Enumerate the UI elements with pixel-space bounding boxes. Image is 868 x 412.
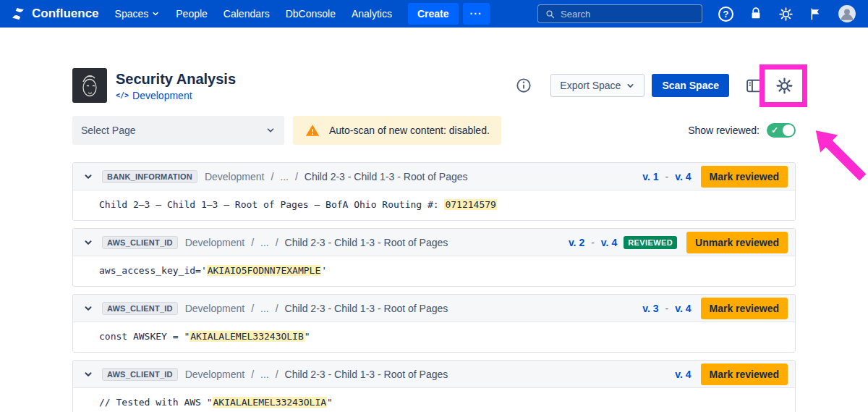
nav-dbconsole[interactable]: DbConsole [286, 8, 336, 20]
version-to-link[interactable]: v. 4 [675, 171, 691, 182]
confluence-brand[interactable]: Confluence [10, 6, 99, 22]
more-actions-button[interactable]: ··· [463, 3, 490, 25]
snippet-highlight: AKIALALEMEL33243OLIA [213, 397, 328, 408]
snippet-text: // Tested with AWS " [99, 397, 213, 408]
version-to-link[interactable]: v. 4 [601, 237, 617, 248]
version-from-link[interactable]: v. 2 [569, 237, 584, 248]
breadcrumb: Development / ... / Child 2-3 - Child 1-… [185, 303, 448, 314]
finding-snippet: aws_access_key_id='AKIAIO5FODNN7EXAMPLE' [73, 256, 795, 286]
breadcrumb-page-link[interactable]: Child 2-3 - Child 1-3 - Root of Pages [285, 369, 448, 380]
collapse-chevron-icon[interactable] [82, 170, 95, 183]
snippet-text: aws_access_key_id=' [99, 265, 207, 276]
code-icon: </> [116, 91, 129, 99]
sidebar-layout-icon[interactable] [742, 74, 765, 97]
snippet-text: Child 2–3 – Child 1–3 – Root of Pages – … [99, 199, 444, 210]
nav-people[interactable]: People [176, 8, 208, 20]
finding-type-badge: AWS_CLIENT_ID [102, 302, 178, 315]
chevron-down-icon [151, 9, 160, 18]
top-navigation-bar: Confluence Spaces People Calendars DbCon… [0, 0, 868, 28]
gear-icon[interactable] [778, 7, 793, 22]
space-link[interactable]: Development [132, 90, 192, 101]
breadcrumb-space-link[interactable]: Development [185, 237, 245, 248]
finding-header-right: v. 1 - v. 4 Mark reviewed [642, 166, 788, 188]
finding-card: AWS_CLIENT_ID Development / ... / Child … [72, 228, 796, 287]
unmark-reviewed-button[interactable]: Unmark reviewed [686, 232, 788, 253]
version-from-link[interactable]: v. 1 [642, 171, 658, 182]
breadcrumb-space-link[interactable]: Development [185, 369, 245, 380]
breadcrumb-space-link[interactable]: Development [205, 171, 265, 182]
search-icon [545, 9, 556, 20]
confluence-logo-icon [10, 6, 26, 22]
space-settings-gear-icon[interactable] [773, 74, 796, 97]
collapse-chevron-icon[interactable] [82, 368, 95, 381]
show-reviewed-toggle[interactable]: ✓ [767, 123, 796, 138]
finding-header-right: v. 2 - v. 4 REVIEWED Unmark reviewed [569, 232, 788, 253]
breadcrumb-separator: / [295, 171, 298, 182]
version-to-link[interactable]: v. 4 [675, 369, 691, 380]
breadcrumb-ellipsis[interactable]: ... [260, 303, 269, 314]
version-dash: - [665, 171, 669, 182]
nav-spaces[interactable]: Spaces [115, 8, 161, 20]
finding-header: BANK_INFORMATION Development / ... / Chi… [73, 163, 795, 190]
scan-space-button[interactable]: Scan Space [652, 74, 729, 97]
breadcrumb-ellipsis[interactable]: ... [260, 237, 269, 248]
chevron-down-icon [265, 125, 276, 135]
primary-nav: Spaces People Calendars DbConsole Analyt… [115, 8, 392, 20]
search-input[interactable] [561, 9, 695, 20]
nav-item-label: People [176, 8, 208, 20]
mark-reviewed-button[interactable]: Mark reviewed [701, 166, 788, 188]
export-space-label: Export Space [560, 80, 621, 91]
version-to-link[interactable]: v. 4 [675, 303, 691, 314]
breadcrumb-separator: / [276, 369, 278, 380]
show-reviewed-control: Show reviewed: ✓ [688, 123, 796, 138]
snippet-text: ' [321, 265, 327, 276]
finding-card: AWS_CLIENT_ID Development / ... / Child … [72, 294, 796, 353]
show-reviewed-label: Show reviewed: [688, 125, 760, 136]
create-button[interactable]: Create [408, 3, 459, 25]
breadcrumb-space-link[interactable]: Development [185, 303, 245, 314]
breadcrumb-ellipsis[interactable]: ... [280, 171, 289, 182]
reviewed-badge: REVIEWED [624, 236, 677, 249]
breadcrumb: Development / ... / Child 2-3 - Child 1-… [205, 171, 468, 182]
finding-type-badge: AWS_CLIENT_ID [102, 368, 178, 381]
select-page-value: Select Page [81, 125, 136, 136]
autoscan-warning-banner: Auto-scan of new content: disabled. [293, 116, 501, 145]
breadcrumb-page-link[interactable]: Child 2-3 - Child 1-3 - Root of Pages [285, 303, 448, 314]
info-icon[interactable] [516, 77, 532, 93]
nav-item-label: Spaces [115, 8, 149, 20]
breadcrumb: Development / ... / Child 2-3 - Child 1-… [185, 237, 448, 248]
lock-icon[interactable] [749, 7, 763, 21]
mark-reviewed-button[interactable]: Mark reviewed [701, 298, 788, 319]
snippet-highlight: AKIAIO5FODNN7EXAMPLE [207, 265, 322, 276]
collapse-chevron-icon[interactable] [82, 236, 95, 249]
export-space-button[interactable]: Export Space [550, 74, 644, 97]
warning-icon [305, 122, 320, 138]
global-search[interactable] [537, 4, 702, 23]
breadcrumb-ellipsis[interactable]: ... [260, 369, 269, 380]
title-block: Security Analysis </> Development [116, 70, 236, 101]
finding-snippet: const AWSKEY = "AKIALALEMEL33243OLIB" [73, 322, 795, 352]
breadcrumb-page-link[interactable]: Child 2-3 - Child 1-3 - Root of Pages [305, 171, 468, 182]
finding-header-right: v. 3 - v. 4 Mark reviewed [642, 298, 788, 319]
breadcrumb-separator: / [251, 237, 254, 248]
snippet-text: const AWSKEY = " [99, 331, 190, 342]
page-title: Security Analysis [116, 70, 236, 88]
breadcrumb-separator: / [251, 303, 254, 314]
finding-header-right: v. 4 Mark reviewed [675, 363, 788, 385]
nav-calendars[interactable]: Calendars [224, 8, 270, 20]
header-actions: Export Space Scan Space [516, 74, 796, 97]
breadcrumb-page-link[interactable]: Child 2-3 - Child 1-3 - Root of Pages [285, 237, 448, 248]
user-avatar[interactable] [838, 4, 856, 23]
nav-analytics[interactable]: Analytics [352, 8, 392, 20]
mark-reviewed-button[interactable]: Mark reviewed [701, 363, 788, 385]
flag-icon[interactable] [809, 7, 822, 21]
nav-item-label: Calendars [224, 8, 270, 20]
nav-item-label: Analytics [352, 8, 392, 20]
finding-card: AWS_CLIENT_ID Development / ... / Child … [72, 360, 796, 412]
collapse-chevron-icon[interactable] [82, 302, 95, 315]
version-from-link[interactable]: v. 3 [642, 303, 658, 314]
topbar-icon-group [718, 4, 856, 23]
select-page-dropdown[interactable]: Select Page [72, 116, 284, 145]
help-icon[interactable] [718, 7, 733, 22]
breadcrumb-separator: / [251, 369, 254, 380]
